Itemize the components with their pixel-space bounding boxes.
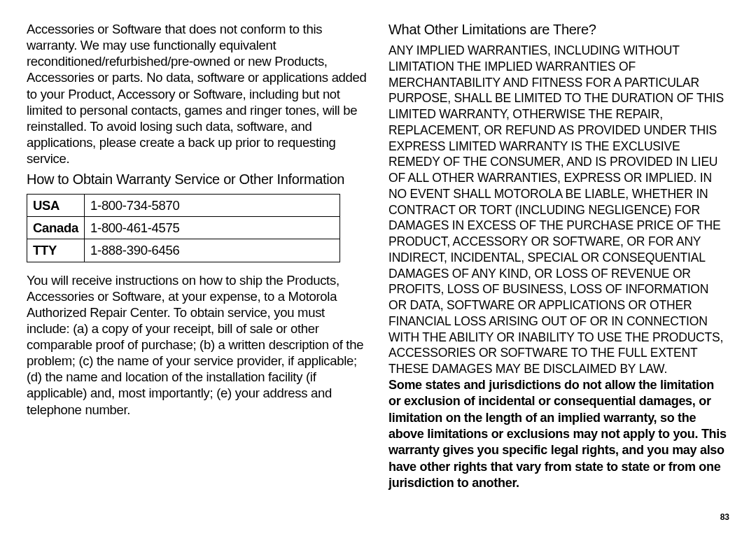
jurisdiction-notice-paragraph: Some states and jurisdictions do not all… <box>388 377 729 492</box>
phone-label-usa: USA <box>27 195 85 217</box>
shipping-instructions-paragraph: You will receive instructions on how to … <box>27 272 368 418</box>
table-row: Canada 1-800-461-4575 <box>27 217 340 239</box>
two-column-layout: Accessories or Software that does not co… <box>27 21 729 522</box>
implied-warranties-paragraph: ANY IMPLIED WARRANTIES, INCLUDING WITHOU… <box>388 43 729 377</box>
phone-number-table: USA 1-800-734-5870 Canada 1-800-461-4575… <box>27 194 340 262</box>
phone-value-tty: 1-888-390-6456 <box>85 239 340 262</box>
table-row: USA 1-800-734-5870 <box>27 195 340 217</box>
page-number: 83 <box>720 512 729 522</box>
phone-value-canada: 1-800-461-4575 <box>85 217 340 239</box>
phone-label-canada: Canada <box>27 217 85 239</box>
limitations-heading: What Other Limitations are There? <box>388 21 729 38</box>
intro-paragraph: Accessories or Software that does not co… <box>27 21 368 167</box>
right-column: What Other Limitations are There? ANY IM… <box>388 21 729 522</box>
table-row: TTY 1-888-390-6456 <box>27 239 340 262</box>
left-column: Accessories or Software that does not co… <box>27 21 368 522</box>
phone-label-tty: TTY <box>27 239 85 262</box>
phone-value-usa: 1-800-734-5870 <box>85 195 340 217</box>
warranty-service-heading: How to Obtain Warranty Service or Other … <box>27 171 368 188</box>
